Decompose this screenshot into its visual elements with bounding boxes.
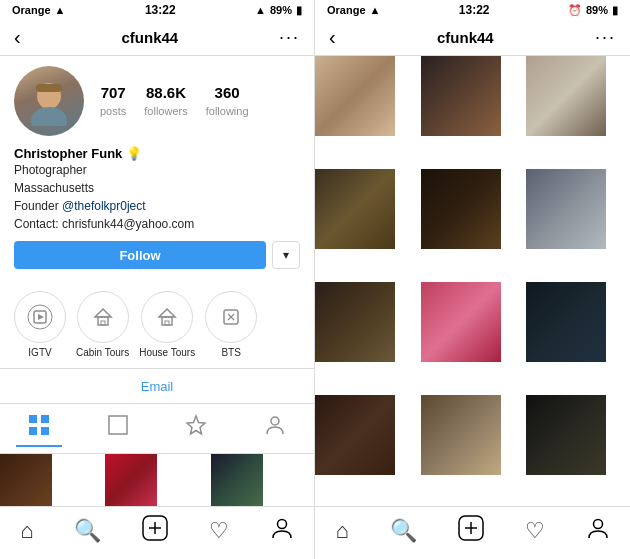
battery-right: 89%	[586, 4, 608, 16]
bottom-nav-left: ⌂ 🔍 ♡	[0, 506, 314, 559]
more-icon-left[interactable]: ···	[279, 27, 300, 48]
following-count: 360	[206, 84, 249, 101]
action-row: Follow ▾	[14, 241, 300, 269]
tab-star[interactable]	[173, 410, 219, 447]
battery-icon-right: ▮	[612, 4, 618, 17]
grid-photo-3	[211, 454, 263, 506]
svg-point-25	[277, 520, 286, 529]
bio-line2: Massachusetts	[14, 179, 300, 197]
time-left: 13:22	[145, 3, 176, 17]
home-icon-right[interactable]: ⌂	[335, 518, 348, 544]
add-icon-left[interactable]	[142, 515, 168, 547]
highlight-igtv[interactable]: IGTV	[14, 291, 66, 358]
highlight-house[interactable]: House Tours	[139, 291, 195, 358]
avatar	[14, 66, 84, 136]
profile-icon-left[interactable]	[270, 516, 294, 546]
email-row: Email	[0, 369, 314, 404]
wifi-icon: ▲	[55, 4, 66, 16]
bio-line1: Photographer	[14, 161, 300, 179]
more-icon-right[interactable]: ···	[595, 27, 616, 48]
posts-label: posts	[100, 105, 126, 117]
highlight-label-bts: BTS	[221, 347, 240, 358]
stat-posts: 707 posts	[100, 84, 126, 119]
status-bar-left: Orange ▲ 13:22 ▲ 89% ▮	[0, 0, 314, 20]
bottom-nav-right: ⌂ 🔍 ♡	[315, 506, 630, 559]
r-photo-4[interactable]	[315, 169, 395, 249]
nav-bar-right: ‹ cfunk44 ···	[315, 20, 630, 56]
svg-marker-9	[159, 309, 175, 317]
tab-person[interactable]	[252, 410, 298, 447]
heart-icon-left[interactable]: ♡	[209, 518, 229, 544]
highlight-label-cabin: Cabin Tours	[76, 347, 129, 358]
svg-marker-20	[187, 416, 205, 434]
status-bar-right: Orange ▲ 13:22 ⏰ 89% ▮	[315, 0, 630, 20]
home-icon-left[interactable]: ⌂	[20, 518, 33, 544]
r-photo-6[interactable]	[526, 169, 606, 249]
stat-followers: 88.6K followers	[144, 84, 187, 119]
following-label: following	[206, 105, 249, 117]
svg-rect-18	[41, 427, 49, 435]
bio-line3: Founder @thefolkpr0ject	[14, 197, 300, 215]
username-right: cfunk44	[437, 29, 494, 46]
time-right: 13:22	[459, 3, 490, 17]
search-icon-left[interactable]: 🔍	[74, 518, 101, 544]
bio-link[interactable]: @thefolkpr0ject	[62, 199, 146, 213]
nav-bar-left: ‹ cfunk44 ···	[0, 20, 314, 56]
carrier-left: Orange	[12, 4, 51, 16]
svg-point-1	[31, 107, 67, 126]
r-photo-5[interactable]	[421, 169, 501, 249]
r-photo-7[interactable]	[315, 282, 395, 362]
r-photo-2[interactable]	[421, 56, 501, 136]
highlight-bts[interactable]: BTS	[205, 291, 257, 358]
tab-square[interactable]	[95, 410, 141, 447]
email-link[interactable]: Email	[141, 379, 174, 394]
back-icon-left[interactable]: ‹	[14, 26, 21, 49]
highlight-circle-igtv	[14, 291, 66, 343]
highlight-circle-house	[141, 291, 193, 343]
stat-following: 360 following	[206, 84, 249, 119]
highlight-cabin[interactable]: Cabin Tours	[76, 291, 129, 358]
status-right: ▲ 89% ▮	[255, 4, 302, 17]
follow-button[interactable]: Follow	[14, 241, 266, 269]
right-panel: Orange ▲ 13:22 ⏰ 89% ▮ ‹ cfunk44 ··· ⌂ 🔍	[315, 0, 630, 559]
add-icon-right[interactable]	[458, 515, 484, 547]
r-photo-9[interactable]	[526, 282, 606, 362]
battery-left: 89%	[270, 4, 292, 16]
tab-bar	[0, 404, 314, 454]
left-panel: Orange ▲ 13:22 ▲ 89% ▮ ‹ cfunk44 ···	[0, 0, 315, 559]
bio-line4: Contact: chrisfunk44@yahoo.com	[14, 215, 300, 233]
profile-section: 707 posts 88.6K followers 360 following …	[0, 56, 314, 285]
grid-photo-1	[0, 454, 52, 506]
r-photo-8[interactable]	[421, 282, 501, 362]
svg-point-29	[593, 520, 602, 529]
svg-marker-6	[95, 309, 111, 317]
grid-photo-2	[105, 454, 157, 506]
profile-icon-right[interactable]	[586, 516, 610, 546]
r-photo-11[interactable]	[421, 395, 501, 475]
status-left: Orange ▲	[12, 4, 65, 16]
svg-point-21	[271, 417, 279, 425]
svg-rect-2	[36, 84, 62, 92]
posts-count: 707	[100, 84, 126, 101]
r-photo-12[interactable]	[526, 395, 606, 475]
right-photo-grid	[315, 56, 630, 506]
dropdown-button[interactable]: ▾	[272, 241, 300, 269]
r-photo-1[interactable]	[315, 56, 395, 136]
r-photo-10[interactable]	[315, 395, 395, 475]
highlight-circle-cabin	[77, 291, 129, 343]
search-icon-right[interactable]: 🔍	[390, 518, 417, 544]
status-left-right: Orange ▲	[327, 4, 380, 16]
back-icon-right[interactable]: ‹	[329, 26, 336, 49]
profile-top: 707 posts 88.6K followers 360 following	[14, 66, 300, 136]
heart-icon-right[interactable]: ♡	[525, 518, 545, 544]
profile-bio: Christopher Funk 💡 Photographer Massachu…	[14, 146, 300, 233]
battery-icon: ▮	[296, 4, 302, 17]
svg-marker-5	[38, 314, 44, 320]
svg-rect-15	[29, 415, 37, 423]
status-right-right: ⏰ 89% ▮	[568, 4, 618, 17]
avatar-image	[14, 66, 84, 136]
highlight-label-igtv: IGTV	[28, 347, 51, 358]
svg-rect-19	[109, 416, 127, 434]
r-photo-3[interactable]	[526, 56, 606, 136]
tab-grid[interactable]	[16, 410, 62, 447]
